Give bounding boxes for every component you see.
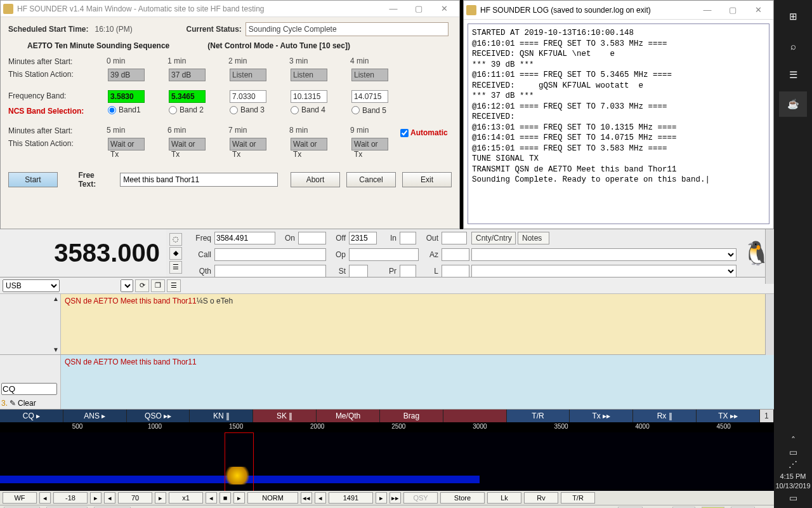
automatic-checkbox[interactable]: Automatic <box>400 128 448 137</box>
cq-input[interactable] <box>1 383 57 395</box>
wf-mode[interactable]: NORM <box>247 492 298 504</box>
band3-radio[interactable]: Band 3 <box>230 105 288 114</box>
band2-radio[interactable]: Band 2 <box>169 105 227 114</box>
wf-play[interactable]: ▸ <box>233 492 245 504</box>
wf-zoom[interactable]: x1 <box>169 492 203 504</box>
globe-icon[interactable]: ◌ <box>169 233 182 246</box>
qth-field[interactable] <box>214 265 326 277</box>
log-minimize-button[interactable]: — <box>695 3 720 18</box>
wf-skipf[interactable]: ▸▸ <box>390 492 401 504</box>
search-icon[interactable]: ⌕ <box>779 33 807 58</box>
mode-title: (Net Control Mode - Auto Tune [10 sec]) <box>207 41 350 50</box>
rx-text[interactable]: QSN de AE7TO Meet this band Thor11¼S o e… <box>61 294 774 354</box>
exit-button[interactable]: Exit <box>402 172 452 187</box>
band5-radio[interactable]: Band 5 <box>351 106 386 115</box>
freq-field[interactable] <box>214 232 275 244</box>
min-after-label: Minutes after Start: <box>8 55 107 67</box>
az-field[interactable] <box>442 248 469 261</box>
doc-icon[interactable]: ☰ <box>167 279 181 292</box>
macro-qso[interactable]: QSO ▸▸ <box>127 410 190 422</box>
macro-page[interactable]: 1 <box>760 410 774 422</box>
macro-blank[interactable] <box>443 410 507 422</box>
in-field[interactable] <box>400 232 416 244</box>
wf-skipb[interactable]: ◂◂ <box>301 492 312 504</box>
rx-scrollbar[interactable] <box>765 294 774 355</box>
sched-start-value[interactable] <box>92 22 141 36</box>
tx-scrollbar[interactable] <box>765 229 774 284</box>
waterfall[interactable] <box>0 432 774 491</box>
freq-field-label: Freq <box>187 234 213 243</box>
maximize-button[interactable]: ▢ <box>406 1 431 17</box>
combo-2[interactable] <box>471 265 737 277</box>
macro-rx[interactable]: Rx ‖ <box>633 410 697 422</box>
status-value[interactable] <box>246 22 449 36</box>
on-field[interactable] <box>298 232 326 244</box>
macro-tr[interactable]: T/R <box>507 410 570 422</box>
log-titlebar[interactable]: HF SOUNDER LOG (saved to sounder.log on … <box>464 1 773 20</box>
up-arrow-icon[interactable]: ▲ <box>53 295 59 302</box>
clear-button[interactable]: Clear <box>18 399 36 408</box>
java-app-icon[interactable]: ☕ <box>779 91 807 117</box>
macro-cq[interactable]: CQ ▸ <box>0 410 63 422</box>
notification-icon[interactable]: ▭ <box>774 493 812 503</box>
refresh-icon[interactable]: ⟳ <box>135 279 149 292</box>
log-textarea[interactable]: STARTED AT 2019-10-13T16:10:00.148 @16:1… <box>468 23 769 224</box>
cnty-tab[interactable]: Cnty/Cntry <box>471 232 516 244</box>
windows-start-icon[interactable]: ⊞ <box>779 4 807 29</box>
wf-rev[interactable]: ◂ <box>206 492 217 504</box>
band1-radio[interactable]: Band1 <box>108 105 166 114</box>
log-close-button[interactable]: ✕ <box>745 3 771 18</box>
wf-cursor[interactable] <box>225 432 254 491</box>
op-field[interactable] <box>349 248 419 261</box>
log-maximize-button[interactable]: ▢ <box>720 3 745 18</box>
lk-button[interactable]: Lk <box>487 492 521 504</box>
tx-text[interactable]: QSN de AE7TO Meet this band Thor11 <box>61 355 774 409</box>
macro-tx[interactable]: Tx ▸▸ <box>570 410 633 422</box>
freetext-input[interactable] <box>120 173 278 187</box>
pr-field[interactable] <box>400 265 416 277</box>
notes-tab[interactable]: Notes <box>518 232 549 244</box>
band4-radio[interactable]: Band 4 <box>291 105 349 114</box>
out-field[interactable] <box>442 232 467 244</box>
macro-brag[interactable]: Brag <box>380 410 443 422</box>
close-button[interactable]: ✕ <box>431 1 457 17</box>
rv-button[interactable]: Rv <box>524 492 558 504</box>
wf-stepb[interactable]: ◂ <box>315 492 326 504</box>
down-arrow-icon[interactable]: ▼ <box>53 346 59 353</box>
cancel-button[interactable]: Cancel <box>346 172 396 187</box>
call-field[interactable] <box>214 248 326 261</box>
frequency-display[interactable]: 3583.000 <box>0 229 166 277</box>
copy-icon[interactable]: ❐ <box>151 279 165 292</box>
macro-sk[interactable]: SK ‖ <box>253 410 317 422</box>
mode-select[interactable]: USB <box>3 279 60 292</box>
loc-field[interactable] <box>442 265 469 277</box>
wf-right1[interactable]: ▸ <box>90 492 102 504</box>
list-icon[interactable]: ☰ <box>169 261 182 274</box>
off-field[interactable] <box>349 232 377 244</box>
tr-button[interactable]: T/R <box>561 492 595 504</box>
wf-left1[interactable]: ◂ <box>39 492 51 504</box>
tag-icon[interactable]: ◆ <box>169 247 182 260</box>
empty-select[interactable] <box>121 279 133 292</box>
system-tray[interactable]: ˄ ▭ ⋰ 4:15 PM 10/13/2019 ▭ <box>774 433 812 505</box>
wf-button[interactable]: WF <box>3 492 37 504</box>
macro-tx2[interactable]: TX ▸▸ <box>697 410 760 422</box>
wf-left2[interactable]: ◂ <box>104 492 115 504</box>
combo-1[interactable] <box>471 248 737 261</box>
macro-kn[interactable]: KN ‖ <box>190 410 253 422</box>
main-titlebar[interactable]: HF SOUNDER v1.4 Main Window - Automatic … <box>1 1 459 17</box>
minimize-button[interactable]: — <box>381 1 406 17</box>
wf-stop[interactable]: ■ <box>219 492 231 504</box>
wf-right2[interactable]: ▸ <box>155 492 166 504</box>
task-view-icon[interactable]: ☰ <box>779 62 807 88</box>
store-button[interactable]: Store <box>440 492 485 504</box>
chevron-up-icon[interactable]: ˄ <box>774 436 812 445</box>
st-field[interactable] <box>349 265 368 277</box>
wf-stepf[interactable]: ▸ <box>376 492 387 504</box>
freq-3: 10.1315 <box>291 90 327 103</box>
macro-ans[interactable]: ANS ▸ <box>63 410 127 422</box>
qsy-button[interactable]: QSY <box>403 492 438 504</box>
abort-button[interactable]: Abort <box>291 172 340 187</box>
macro-meqth[interactable]: Me/Qth <box>317 410 380 422</box>
start-button[interactable]: Start <box>8 172 58 187</box>
